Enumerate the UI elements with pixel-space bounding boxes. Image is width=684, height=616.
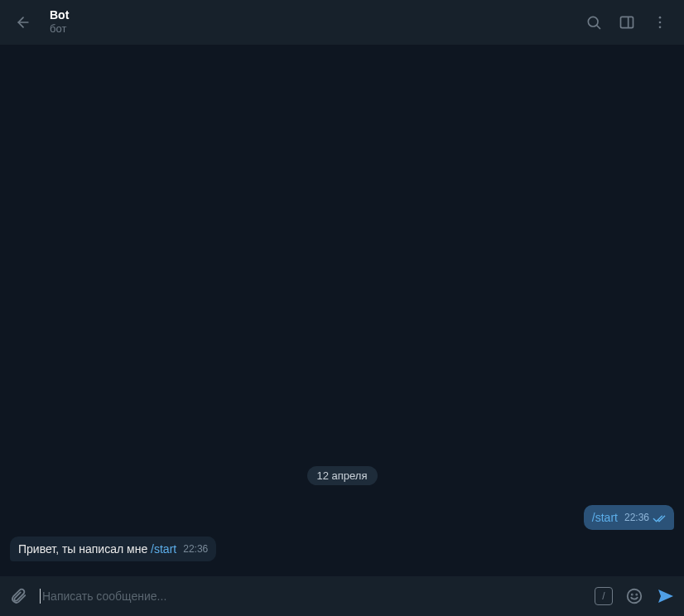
- svg-line-2: [597, 26, 600, 29]
- svg-point-10: [636, 594, 637, 595]
- side-panel-icon: [619, 14, 635, 31]
- message-time: 22:36: [624, 512, 649, 525]
- commands-button[interactable]: /: [595, 587, 613, 605]
- message-meta: 22:36: [624, 512, 666, 525]
- svg-point-8: [628, 590, 642, 604]
- slash-icon: /: [602, 590, 605, 602]
- arrow-left-icon: [15, 14, 31, 31]
- message-bubble-outgoing[interactable]: /start 22:36: [584, 505, 674, 530]
- svg-rect-3: [621, 17, 633, 27]
- chat-title: Bot: [50, 8, 585, 22]
- chat-title-block[interactable]: Bot бот: [50, 8, 585, 36]
- message-text-prefix: Привет, ты написал мне: [18, 542, 151, 556]
- message-text: Привет, ты написал мне /start: [18, 541, 176, 556]
- sidepanel-button[interactable]: [618, 13, 636, 31]
- svg-point-7: [659, 26, 662, 29]
- message-input[interactable]: [42, 576, 583, 616]
- message-bubble-incoming[interactable]: Привет, ты написал мне /start 22:36: [10, 537, 216, 561]
- message-meta: 22:36: [183, 543, 208, 556]
- dots-vertical-icon: [652, 14, 668, 31]
- message-row-outgoing: /start 22:36: [10, 505, 674, 530]
- date-separator: 12 апреля: [307, 466, 378, 485]
- search-button[interactable]: [585, 13, 603, 31]
- send-button[interactable]: [656, 586, 676, 606]
- input-caret: [40, 589, 41, 604]
- back-button[interactable]: [8, 7, 38, 37]
- menu-button[interactable]: [651, 13, 669, 31]
- paperclip-icon: [9, 587, 27, 605]
- read-ticks-icon: [653, 514, 666, 523]
- header-actions: [585, 13, 669, 31]
- message-text: /start: [592, 510, 618, 525]
- message-row-incoming: Привет, ты написал мне /start 22:36: [10, 537, 674, 561]
- search-icon: [585, 14, 602, 31]
- svg-point-6: [659, 22, 662, 24]
- smile-icon: [625, 587, 643, 605]
- chat-area: 12 апреля /start 22:36 Привет, ты написа…: [0, 45, 684, 576]
- chat-header: Bot бот: [0, 0, 684, 45]
- emoji-button[interactable]: [624, 586, 644, 606]
- send-icon: [656, 586, 676, 606]
- attach-button[interactable]: [8, 586, 28, 606]
- svg-point-5: [659, 17, 662, 19]
- message-command-link[interactable]: /start: [151, 542, 176, 556]
- chat-subtitle: бот: [50, 22, 585, 36]
- svg-point-9: [632, 594, 633, 595]
- message-time: 22:36: [183, 543, 208, 556]
- message-composer: /: [0, 576, 684, 616]
